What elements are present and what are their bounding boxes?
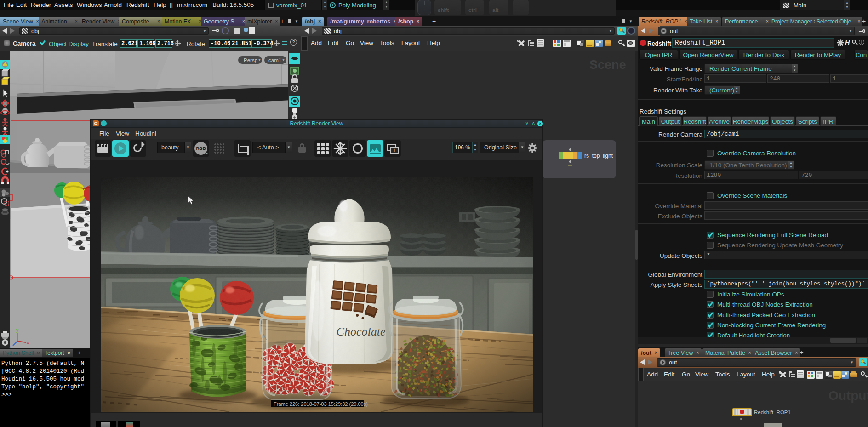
svg-text:z: z: [9, 344, 11, 348]
svg-text:cam1: cam1: [268, 57, 281, 63]
svg-text:y: y: [16, 328, 18, 333]
svg-text:▼: ▼: [258, 58, 261, 62]
svg-text:▼: ▼: [282, 58, 285, 62]
svg-text:x: x: [27, 340, 29, 345]
svg-text:Persp: Persp: [244, 57, 257, 63]
